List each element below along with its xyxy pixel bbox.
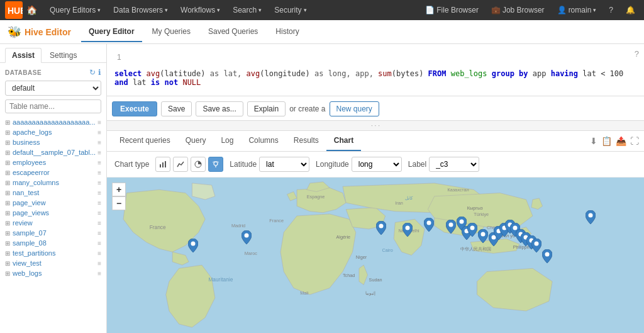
- nav-workflows[interactable]: Workflows ▾: [175, 3, 225, 17]
- latitude-select[interactable]: lat: [259, 157, 309, 172]
- longitude-select[interactable]: long: [352, 157, 402, 172]
- table-item[interactable]: ⊞ web_logs ≡: [5, 268, 101, 278]
- tab-results[interactable]: Results: [286, 131, 326, 151]
- col-lat2: lat: [133, 78, 151, 87]
- table-expand-icon[interactable]: ≡: [97, 200, 101, 206]
- table-item[interactable]: ⊞ employees ≡: [5, 157, 101, 167]
- table-expand-icon[interactable]: ≡: [97, 270, 101, 277]
- nav-search[interactable]: Search ▾: [228, 3, 267, 17]
- table-expand-icon[interactable]: ≡: [97, 260, 101, 267]
- job-browser-link[interactable]: 💼 Job Browser: [487, 3, 548, 17]
- table-expand-icon[interactable]: ≡: [97, 149, 101, 156]
- map-pin[interactable]: [478, 229, 488, 243]
- table-expand-icon[interactable]: ≡: [97, 240, 101, 247]
- map-pin[interactable]: [424, 218, 434, 232]
- zoom-out-button[interactable]: −: [112, 196, 126, 210]
- chart-type-line[interactable]: [173, 157, 188, 172]
- table-expand-icon[interactable]: ≡: [97, 220, 101, 227]
- help-button[interactable]: ?: [605, 3, 617, 17]
- table-grid-icon: ⊞: [5, 260, 10, 267]
- tab-columns[interactable]: Columns: [241, 131, 286, 151]
- table-item[interactable]: ⊞ view_test ≡: [5, 258, 101, 268]
- copy-icon[interactable]: 📋: [601, 136, 612, 146]
- explain-button[interactable]: Explain: [247, 101, 286, 116]
- table-item[interactable]: ⊞ review ≡: [5, 218, 101, 228]
- sidebar-tab-assist[interactable]: Assist: [5, 48, 42, 63]
- tab-saved-queries[interactable]: Saved Queries: [201, 22, 265, 42]
- chart-type-bar[interactable]: [155, 157, 170, 172]
- map-pin[interactable]: [242, 230, 252, 244]
- chart-type-map[interactable]: [208, 157, 223, 172]
- tab-recent-queries[interactable]: Recent queries: [112, 131, 178, 151]
- file-browser-link[interactable]: 📄 File Browser: [421, 3, 482, 17]
- table-expand-icon[interactable]: ≡: [97, 159, 101, 166]
- nav-query-editors[interactable]: Query Editors ▾: [45, 3, 106, 17]
- table-item[interactable]: ⊞ sample_08 ≡: [5, 238, 101, 248]
- table-item[interactable]: ⊞ apache_logs ≡: [5, 127, 101, 137]
- table-expand-icon[interactable]: ≡: [97, 139, 101, 146]
- tab-my-queries[interactable]: My Queries: [145, 22, 198, 42]
- notifications-button[interactable]: 🔔: [622, 3, 639, 17]
- table-expand-icon[interactable]: ≡: [97, 169, 101, 176]
- table-expand-icon[interactable]: ≡: [97, 189, 101, 196]
- database-select[interactable]: default: [5, 81, 101, 96]
- table-item[interactable]: ⊞ test_partitions ≡: [5, 248, 101, 258]
- table-expand-icon[interactable]: ≡: [97, 230, 101, 237]
- table-item[interactable]: ⊞ sample_07 ≡: [5, 228, 101, 238]
- nav-data-browsers[interactable]: Data Browsers ▾: [108, 3, 173, 17]
- home-icon[interactable]: 🏠: [26, 5, 37, 15]
- map-pin[interactable]: [376, 221, 386, 235]
- panel-divider[interactable]: · · ·: [107, 120, 644, 131]
- table-item[interactable]: ⊞ aaaaaaaaaaaaaaaaaaaa... ≡: [5, 117, 101, 127]
- download-icon[interactable]: ⬇: [590, 136, 597, 146]
- table-item[interactable]: ⊞ many_columns ≡: [5, 178, 101, 188]
- app-logo[interactable]: HUE 🏠: [5, 1, 37, 19]
- map-pin[interactable]: [586, 210, 596, 224]
- tab-history[interactable]: History: [268, 22, 306, 42]
- table-item[interactable]: ⊞ business ≡: [5, 137, 101, 147]
- zoom-in-button[interactable]: +: [112, 183, 126, 196]
- table-expand-icon[interactable]: ≡: [97, 179, 101, 186]
- table-item[interactable]: ⊞ page_view ≡: [5, 198, 101, 208]
- help-icon[interactable]: ?: [635, 49, 639, 59]
- table-item[interactable]: ⊞ nan_test ≡: [5, 188, 101, 198]
- label-select[interactable]: _c3: [429, 157, 479, 172]
- table-item[interactable]: ⊞ escapeerror ≡: [5, 167, 101, 178]
- map-pin[interactable]: [542, 249, 552, 263]
- map-pin[interactable]: [446, 220, 456, 234]
- save-button[interactable]: Save: [161, 101, 192, 116]
- table-expand-icon[interactable]: ≡: [97, 210, 101, 217]
- user-menu[interactable]: 👤 romain ▾: [553, 3, 601, 17]
- expand-icon[interactable]: ⛶: [630, 136, 639, 146]
- tab-chart[interactable]: Chart: [326, 131, 361, 151]
- nav-security[interactable]: Security ▾: [269, 3, 311, 17]
- export-icon[interactable]: 📤: [616, 136, 626, 146]
- map-pin[interactable]: [188, 239, 198, 252]
- sidebar-tab-settings[interactable]: Settings: [43, 48, 84, 62]
- table-item-left: ⊞ review: [5, 219, 33, 227]
- keyword-select: select: [114, 69, 142, 78]
- execute-button[interactable]: Execute: [112, 101, 157, 116]
- table-search-input[interactable]: [5, 99, 101, 113]
- query-text[interactable]: select avg(latitude) as lat, avg(longitu…: [112, 65, 639, 91]
- tab-log[interactable]: Log: [213, 131, 241, 151]
- table-name: test_partitions: [13, 249, 55, 257]
- tab-query[interactable]: Query: [178, 131, 214, 151]
- table-expand-icon[interactable]: ≡: [97, 250, 101, 257]
- info-icon[interactable]: ℹ: [98, 68, 101, 77]
- new-query-button[interactable]: New query: [330, 101, 379, 116]
- map-pin[interactable]: [531, 239, 541, 252]
- table-item[interactable]: ⊞ page_views ≡: [5, 208, 101, 218]
- map-pin[interactable]: [467, 223, 477, 237]
- map-pin[interactable]: [402, 223, 413, 237]
- table-grid-icon: ⊞: [5, 179, 10, 186]
- table-expand-icon[interactable]: ≡: [97, 119, 101, 126]
- chevron-down-icon: ▾: [304, 7, 307, 13]
- table-expand-icon[interactable]: ≡: [97, 129, 101, 136]
- chart-type-pie[interactable]: [191, 157, 206, 172]
- table-item[interactable]: ⊞ default__sample_07_tabl... ≡: [5, 147, 101, 157]
- refresh-icon[interactable]: ↻: [89, 68, 96, 77]
- table-grid-icon: ⊞: [5, 200, 10, 206]
- tab-query-editor[interactable]: Query Editor: [81, 22, 142, 42]
- save-as-button[interactable]: Save as...: [196, 101, 243, 116]
